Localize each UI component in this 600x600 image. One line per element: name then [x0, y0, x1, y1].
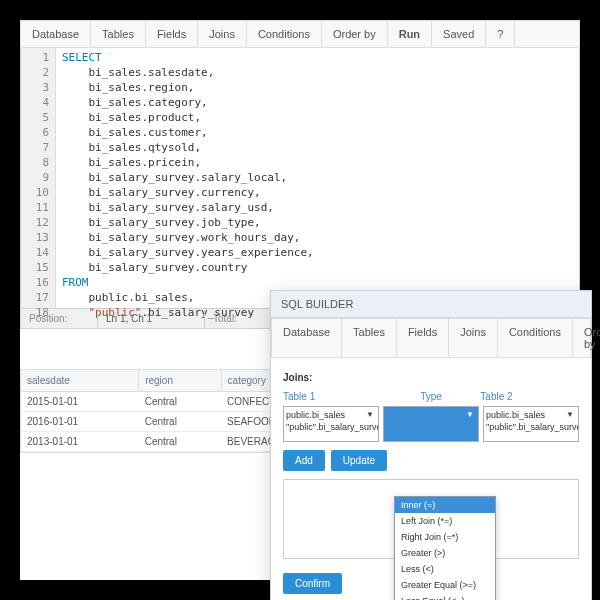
col-table2: Table 2: [480, 389, 579, 404]
chevron-down-icon: ▼: [566, 409, 574, 421]
dropdown-option[interactable]: Less (<): [395, 561, 495, 577]
popup-tab-tables[interactable]: Tables: [342, 319, 397, 357]
col-type: Type: [382, 389, 481, 404]
tab-orderby[interactable]: Order by: [322, 21, 388, 47]
popup-tab-joins[interactable]: Joins: [449, 319, 498, 357]
tab-tables[interactable]: Tables: [91, 21, 146, 47]
chevron-down-icon: ▼: [466, 409, 474, 421]
dropdown-option[interactable]: Greater (>): [395, 545, 495, 561]
popup-tab-database[interactable]: Database: [272, 319, 342, 357]
dropdown-option[interactable]: Inner (=): [395, 497, 495, 513]
dropdown-option[interactable]: Right Join (=*): [395, 529, 495, 545]
tab-database[interactable]: Database: [21, 21, 91, 47]
tab-help[interactable]: ?: [486, 21, 515, 47]
position-label: Position:: [29, 313, 67, 324]
position-value: Ln 1, Ch 1: [98, 309, 205, 328]
chevron-down-icon: ▼: [366, 409, 374, 421]
tab-saved[interactable]: Saved: [432, 21, 486, 47]
confirm-button[interactable]: Confirm: [283, 573, 342, 594]
update-button[interactable]: Update: [331, 450, 387, 471]
tab-fields[interactable]: Fields: [146, 21, 198, 47]
sql-code[interactable]: SELECT bi_sales.salesdate, bi_sales.regi…: [56, 48, 579, 308]
sql-builder-popup: SQL BUILDER Database Tables Fields Joins…: [270, 290, 592, 600]
line-gutter: 123456789101112131415161718: [21, 48, 56, 308]
type-select[interactable]: ▼: [383, 406, 479, 442]
col-table1: Table 1: [283, 389, 382, 404]
popup-tab-fields[interactable]: Fields: [397, 319, 449, 357]
popup-tabs: Database Tables Fields Joins Conditions …: [271, 318, 591, 358]
sql-editor[interactable]: 123456789101112131415161718 SELECT bi_sa…: [20, 48, 580, 309]
table1-select[interactable]: public.bi_sales"public".bi_salary_survey…: [283, 406, 379, 442]
total-label: Total:: [213, 313, 237, 324]
col-header[interactable]: salesdate: [21, 370, 139, 392]
tab-conditions[interactable]: Conditions: [247, 21, 322, 47]
col-header[interactable]: region: [139, 370, 221, 392]
popup-tab-orderby[interactable]: Order by: [573, 319, 600, 357]
dropdown-option[interactable]: Left Join (*=): [395, 513, 495, 529]
popup-title: SQL BUILDER: [271, 291, 591, 318]
dropdown-option[interactable]: Greater Equal (>=): [395, 577, 495, 593]
table2-select[interactable]: public.bi_sales"public".bi_salary_survey…: [483, 406, 579, 442]
tab-run[interactable]: Run: [388, 21, 432, 47]
tab-joins[interactable]: Joins: [198, 21, 247, 47]
main-tabs: Database Tables Fields Joins Conditions …: [20, 20, 580, 48]
joins-label: Joins:: [283, 372, 579, 383]
add-button[interactable]: Add: [283, 450, 325, 471]
join-type-dropdown[interactable]: Inner (=)Left Join (*=)Right Join (=*)Gr…: [394, 496, 496, 600]
popup-tab-conditions[interactable]: Conditions: [498, 319, 573, 357]
dropdown-option[interactable]: Less Equal (<=): [395, 593, 495, 600]
